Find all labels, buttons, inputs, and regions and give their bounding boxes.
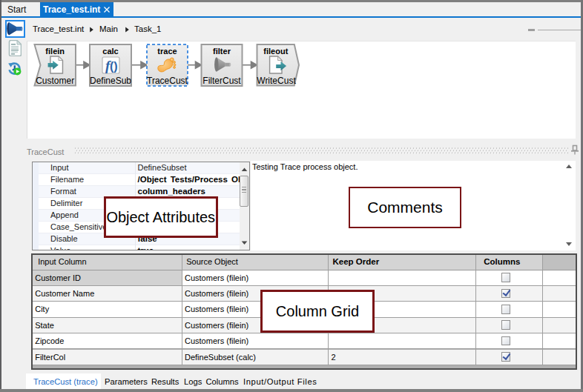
svg-text:filter: filter [213, 47, 231, 56]
svg-text:FilterCust: FilterCust [202, 76, 241, 86]
svg-text:fileout: fileout [263, 47, 288, 56]
svg-text:Customer: Customer [36, 76, 74, 86]
svg-text:filein: filein [45, 47, 65, 56]
svg-text:TraceCust: TraceCust [147, 76, 188, 86]
svg-text:calc: calc [102, 47, 118, 56]
svg-text:DefineSub: DefineSub [90, 76, 131, 86]
svg-text:WriteCust: WriteCust [257, 76, 296, 86]
svg-text:trace: trace [157, 47, 177, 56]
svg-text:(): () [110, 60, 118, 73]
